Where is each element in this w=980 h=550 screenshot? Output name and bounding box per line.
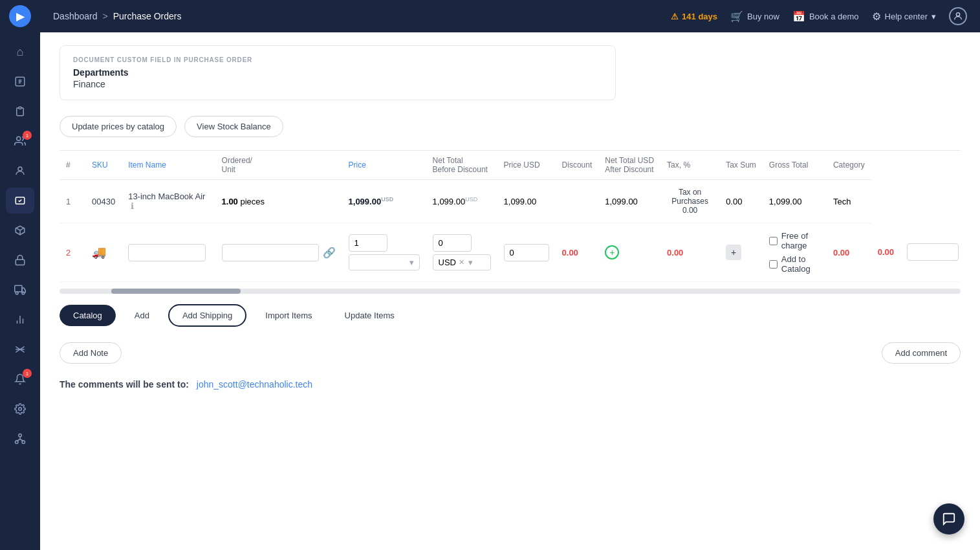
warning-icon: ⚠ [671, 12, 679, 21]
svg-point-7 [19, 434, 22, 437]
row2-tax-sum-value: 0.00 [833, 248, 849, 258]
add-discount-icon[interactable]: + [605, 245, 619, 259]
row1-net-total-after: 1,099.00 [598, 180, 660, 223]
notifications-badge: 1 [23, 369, 32, 378]
row2-price-input[interactable] [433, 234, 472, 252]
comments-email[interactable]: john_scott@technaholic.tech [197, 379, 312, 390]
add-note-button[interactable]: Add Note [60, 342, 122, 364]
topnav-actions: ⚠ 141 days 🛒 Buy now 📅 Book a demo ⚙ Hel… [671, 7, 967, 25]
col-header-price: Price [342, 151, 426, 180]
breadcrumb-separator: > [103, 11, 108, 21]
table-header: # SKU Item Name Ordered/Unit Price Net T… [60, 151, 961, 180]
table-body: 1 00430 13-inch MacBook Air ℹ 1.00 piece… [60, 180, 961, 282]
sidebar-item-catalog[interactable] [6, 217, 34, 243]
sidebar-item-home[interactable]: ⌂ [6, 39, 34, 65]
user-avatar[interactable] [949, 7, 967, 25]
add-comment-button[interactable]: Add comment [882, 342, 961, 364]
row2-qty-input[interactable] [349, 234, 387, 252]
doc-custom-field-name: Departments [73, 67, 602, 78]
update-prices-button[interactable]: Update prices by catalog [60, 116, 177, 137]
topnav: Dashboard > Purchase Orders ⚠ 141 days 🛒… [40, 0, 980, 32]
tab-add-shipping[interactable]: Add Shipping [168, 304, 246, 327]
sidebar-item-checklist[interactable] [6, 188, 34, 214]
row2-unit-select[interactable]: ▾ [349, 254, 420, 270]
tab-add[interactable]: Add [121, 305, 163, 326]
row2-qty-cell: ▾ [342, 223, 426, 282]
days-warning[interactable]: ⚠ 141 days [671, 12, 717, 21]
doc-custom-field-value: Finance [73, 79, 602, 89]
help-center-button[interactable]: ⚙ Help center ▾ [872, 10, 936, 23]
tab-update-items[interactable]: Update Items [331, 305, 408, 326]
row2-currency-select[interactable]: USD ✕ ▾ [433, 254, 491, 270]
sidebar-item-analytics[interactable] [6, 336, 34, 362]
col-header-gross-total: Gross Total [763, 151, 827, 180]
row1-item-name: 13-inch MacBook Air ℹ [122, 180, 215, 223]
row2-price-usd-value: 0.00 [562, 248, 578, 258]
row2-sku-input[interactable] [128, 244, 206, 261]
help-center-label: Help center [885, 12, 928, 21]
row1-tax-sum: 0.00 [719, 180, 763, 223]
info-icon[interactable]: ℹ [131, 201, 134, 211]
main-wrapper: Dashboard > Purchase Orders ⚠ 141 days 🛒… [40, 0, 980, 550]
row2-price-cell: USD ✕ ▾ [426, 223, 497, 282]
table-scrollbar-thumb [111, 289, 241, 294]
alerts-badge: 1 [23, 131, 32, 140]
col-header-price-usd: Price USD [497, 151, 556, 180]
truck-icon: 🚚 [92, 246, 106, 259]
col-header-itemname: Item Name [122, 151, 215, 180]
comments-label: The comments will be sent to: [60, 379, 189, 390]
svg-point-13 [956, 13, 959, 16]
free-of-charge-label: Free of charge [781, 231, 820, 250]
buy-now-button[interactable]: 🛒 Buy now [730, 10, 779, 23]
row2-net-before-cell[interactable] [497, 223, 556, 282]
link-icon[interactable]: 🔗 [323, 247, 336, 259]
book-demo-button[interactable]: 📅 Book a demo [792, 10, 859, 23]
sidebar-item-integrations[interactable] [6, 426, 34, 452]
sidebar: ▶ ⌂ 1 [0, 0, 40, 550]
add-to-catalog-checkbox[interactable] [769, 260, 778, 269]
row2-category-cell[interactable] [900, 223, 961, 282]
free-of-charge-checkbox[interactable] [769, 237, 778, 245]
col-header-tax-pct: Tax, % [660, 151, 719, 180]
days-count: 141 days [682, 12, 717, 21]
table-scrollbar[interactable] [60, 289, 961, 294]
sidebar-item-contacts[interactable] [6, 158, 34, 184]
col-header-category: Category [827, 151, 871, 180]
row2-category-input[interactable] [907, 243, 959, 261]
sidebar-item-lock[interactable] [6, 247, 34, 273]
sidebar-item-notifications[interactable]: 1 [6, 366, 34, 392]
chat-bubble[interactable] [933, 503, 964, 534]
view-stock-button[interactable]: View Stock Balance [184, 116, 283, 137]
row2-free-charge-cell: Free of charge Add to Catalog [763, 223, 827, 282]
svg-line-11 [17, 439, 20, 441]
row2-gross-total-cell: 0.00 [871, 223, 900, 282]
tab-catalog[interactable]: Catalog [60, 305, 116, 326]
row2-discount-cell: + [598, 223, 660, 282]
row2-net-after-cell: 0.00 [660, 223, 719, 282]
sidebar-item-settings[interactable] [6, 396, 34, 422]
page-content: DOCUMENT CUSTOM FIELD IN PURCHASE ORDER … [40, 32, 980, 550]
tab-import-items[interactable]: Import Items [252, 305, 325, 326]
row2-tax-cell: + [719, 223, 763, 282]
row2-item-input[interactable] [222, 244, 319, 261]
row1-price-usd: 1,099.00 [497, 180, 556, 223]
row2-sku-cell[interactable] [122, 223, 215, 282]
row1-gross-total: 1,099.00 [763, 180, 827, 223]
row2-gross-total-value: 0.00 [878, 247, 894, 257]
breadcrumb-home[interactable]: Dashboard [53, 11, 98, 21]
sidebar-item-shipping[interactable] [6, 277, 34, 303]
sidebar-logo[interactable]: ▶ [0, 0, 40, 32]
sidebar-item-reports[interactable] [6, 307, 34, 333]
row1-category: Tech [827, 180, 871, 223]
sidebar-item-orders[interactable] [6, 69, 34, 94]
help-icon: ⚙ [872, 10, 881, 23]
col-header-sku: SKU [85, 151, 122, 180]
row2-net-before-input[interactable] [504, 244, 549, 261]
sidebar-item-purchases[interactable] [6, 98, 34, 124]
sidebar-item-alerts[interactable]: 1 [6, 128, 34, 154]
currency-chevron-icon: ▾ [468, 258, 473, 267]
add-tax-icon[interactable]: + [726, 245, 741, 260]
row2-num: 2 [60, 223, 85, 282]
items-table: # SKU Item Name Ordered/Unit Price Net T… [60, 151, 961, 282]
row2-item-cell[interactable]: 🔗 [215, 223, 342, 282]
